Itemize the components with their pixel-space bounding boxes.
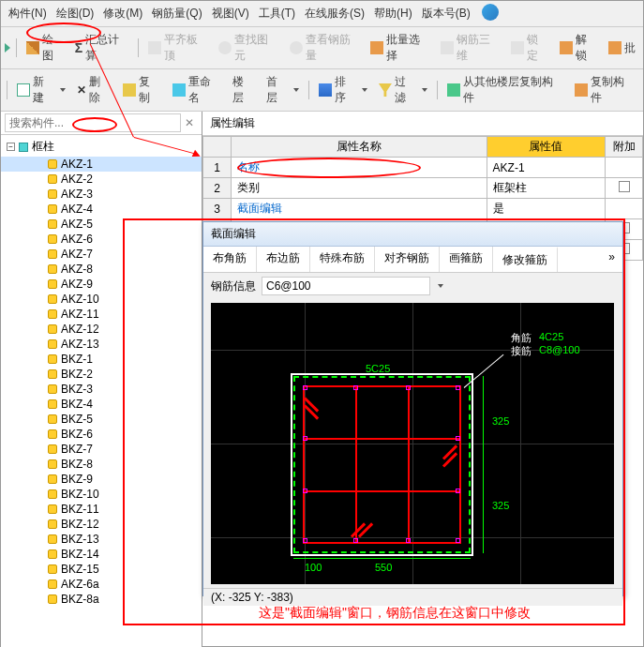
tree-item[interactable]: AKZ-6	[1, 232, 202, 247]
copy-from-icon	[447, 83, 460, 97]
tree-item[interactable]: BKZ-12	[1, 517, 202, 532]
tree-item[interactable]: AKZ-7	[1, 247, 202, 262]
ann-4c25: 4C25	[539, 331, 563, 342]
menu-tools[interactable]: 工具(T)	[257, 4, 297, 23]
tab-special[interactable]: 特殊布筋	[310, 247, 375, 272]
tree-item[interactable]: BKZ-1	[1, 352, 202, 367]
tree-item[interactable]: BKZ-9	[1, 472, 202, 487]
tree-item[interactable]: AKZ-10	[1, 292, 202, 307]
tree-item[interactable]: AKZ-4	[1, 202, 202, 217]
tree-item[interactable]: AKZ-5	[1, 217, 202, 232]
tree-item[interactable]: AKZ-2	[1, 172, 202, 187]
tree-item[interactable]: BKZ-3	[1, 382, 202, 397]
member-icon	[48, 399, 57, 409]
tree-item[interactable]: AKZ-13	[1, 337, 202, 352]
copy-member-button[interactable]: 复制构件	[571, 72, 639, 108]
tree-item-label: BKZ-4	[61, 398, 93, 411]
draw-button[interactable]: 绘图	[22, 30, 67, 66]
menu-help[interactable]: 帮助(H)	[372, 4, 414, 23]
dim-top: 5C25	[366, 363, 390, 374]
tree[interactable]: − 框柱 AKZ-1AKZ-2AKZ-3AKZ-4AKZ-5AKZ-6AKZ-7…	[1, 135, 202, 647]
tree-item[interactable]: AKZ-8	[1, 262, 202, 277]
rename-button[interactable]: 重命名	[169, 72, 226, 108]
sort-button[interactable]: 排序	[315, 72, 371, 108]
tree-item-label: BKZ-5	[61, 413, 93, 426]
batch-select-button[interactable]: 批量选择	[367, 30, 433, 66]
menu-rebar[interactable]: 钢筋量(Q)	[150, 4, 203, 23]
tree-item[interactable]: AKZ-12	[1, 322, 202, 337]
tree-item[interactable]: BKZ-4	[1, 397, 202, 412]
member-icon	[48, 219, 57, 229]
menu-online[interactable]: 在线服务(S)	[303, 4, 367, 23]
rebar-info-input[interactable]	[262, 277, 430, 295]
tree-root-label: 框柱	[32, 139, 54, 155]
tab-corner[interactable]: 布角筋	[203, 247, 257, 272]
tree-item[interactable]: BKZ-10	[1, 487, 202, 502]
delete-button[interactable]: ✕删除	[73, 72, 115, 108]
folder-icon	[19, 143, 28, 152]
member-icon	[48, 234, 57, 244]
tree-item[interactable]: AKZ-11	[1, 307, 202, 322]
unlock-button[interactable]: 解锁	[556, 30, 601, 66]
property-row[interactable]: 3截面编辑是	[203, 199, 643, 219]
back-icon[interactable]	[5, 43, 10, 53]
tree-item[interactable]: BKZ-11	[1, 502, 202, 517]
copy-button[interactable]: 复制	[119, 72, 165, 108]
property-row[interactable]: 1名称AKZ-1	[203, 158, 643, 178]
tree-item-label: BKZ-11	[61, 503, 99, 516]
collapse-icon[interactable]: −	[7, 143, 15, 151]
tree-item[interactable]: AKZ-1	[1, 157, 202, 172]
tree-item[interactable]: BKZ-8	[1, 457, 202, 472]
member-icon	[48, 339, 57, 349]
tab-align[interactable]: 对齐钢筋	[375, 247, 440, 272]
tree-item-label: BKZ-12	[61, 518, 99, 531]
member-icon	[48, 564, 57, 574]
dialog-tabs: 布角筋 布边筋 特殊布筋 对齐钢筋 画箍筋 修改箍筋 »	[203, 247, 622, 273]
member-icon	[48, 264, 57, 274]
search-input[interactable]	[5, 113, 181, 132]
tree-item[interactable]: BKZ-8a	[1, 592, 202, 607]
floor-select[interactable]: 首层	[262, 72, 303, 108]
toolbar-main: 绘图 Σ汇总计算 平齐板顶 查找图元 查看钢筋量 批量选择 钢筋三维 锁定 解锁…	[1, 27, 643, 69]
filter-button[interactable]: 过滤	[375, 72, 431, 108]
tree-item-label: BKZ-6	[61, 428, 93, 441]
menu-modify[interactable]: 修改(M)	[101, 4, 144, 23]
unlock-icon	[560, 41, 573, 54]
tree-item[interactable]: AKZ-9	[1, 277, 202, 292]
tree-item[interactable]: BKZ-6	[1, 427, 202, 442]
menu-member[interactable]: 构件(N)	[7, 4, 49, 23]
tree-item-label: AKZ-4	[61, 203, 93, 216]
tree-item[interactable]: BKZ-2	[1, 367, 202, 382]
section-canvas[interactable]: 5C25 325 325 550 100 角筋 接筋 4C25 C8@100	[211, 303, 614, 584]
sum-button[interactable]: Σ汇总计算	[71, 30, 133, 66]
new-button[interactable]: 新建	[13, 72, 69, 108]
tab-more[interactable]: »	[601, 247, 622, 272]
col-value: 属性值	[487, 137, 605, 158]
dropdown-icon[interactable]	[438, 284, 443, 288]
tree-item[interactable]: BKZ-7	[1, 442, 202, 457]
tree-item-label: BKZ-2	[61, 368, 93, 381]
floor-label: 楼层	[229, 72, 259, 108]
magnify-icon	[290, 41, 303, 54]
menu-draw[interactable]: 绘图(D)	[54, 4, 97, 23]
tree-item-label: AKZ-7	[61, 248, 93, 261]
tree-item[interactable]: BKZ-15	[1, 562, 202, 577]
tree-item-label: BKZ-1	[61, 353, 93, 366]
tree-item[interactable]: BKZ-5	[1, 412, 202, 427]
copy-from-button[interactable]: 从其他楼层复制构件	[443, 72, 568, 108]
tab-modify[interactable]: 修改箍筋	[493, 247, 558, 272]
batch-button[interactable]: 批	[605, 38, 639, 58]
menu-version[interactable]: 版本号(B)	[420, 4, 472, 23]
tree-item-label: BKZ-8a	[61, 593, 99, 606]
tree-item[interactable]: AKZ-3	[1, 187, 202, 202]
tree-item[interactable]: AKZ-6a	[1, 577, 202, 592]
tab-edge[interactable]: 布边筋	[257, 247, 310, 272]
tree-item[interactable]: BKZ-14	[1, 547, 202, 562]
property-row[interactable]: 2类别框架柱	[203, 178, 643, 199]
tab-stirrup[interactable]: 画箍筋	[440, 247, 493, 272]
checkbox[interactable]	[619, 181, 630, 192]
menu-view[interactable]: 视图(V)	[210, 4, 251, 23]
search-clear-icon[interactable]: ✕	[181, 116, 198, 129]
tree-item[interactable]: BKZ-13	[1, 532, 202, 547]
member-icon	[48, 444, 57, 454]
